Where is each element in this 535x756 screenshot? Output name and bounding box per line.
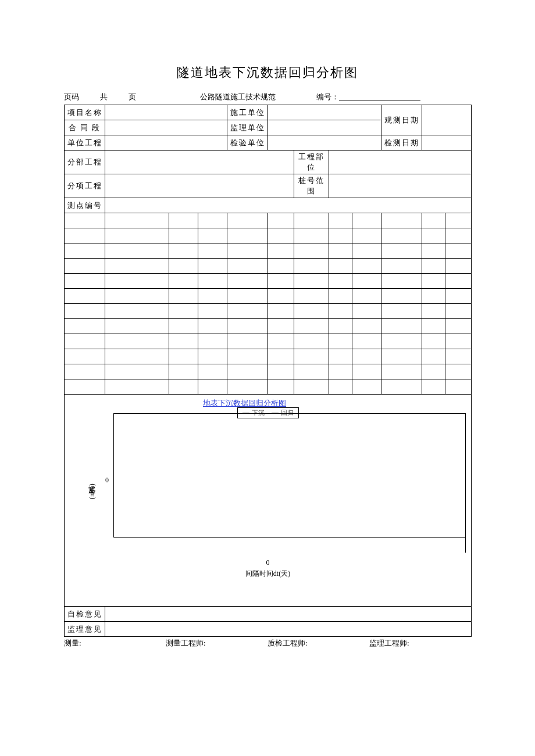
- table-row: [65, 228, 472, 243]
- field-eng-part[interactable]: [329, 151, 472, 174]
- label-sub-project: 分部工程: [65, 151, 105, 174]
- label-station-range: 桩号范围: [294, 174, 329, 198]
- field-obs-date[interactable]: [422, 105, 472, 135]
- footer-measure: 测量:: [64, 638, 166, 648]
- label-eng-part: 工程部位: [294, 151, 329, 174]
- field-point-no[interactable]: [105, 198, 472, 213]
- label-project-name: 项目名称: [65, 105, 105, 120]
- footer-qc-eng: 质检工程师:: [268, 638, 369, 648]
- page-label: 页码: [64, 92, 79, 102]
- footer-row: 测量: 测量工程师: 质检工程师: 监理工程师:: [64, 638, 471, 648]
- table-row: [65, 334, 472, 349]
- table-row: [65, 259, 472, 274]
- footer-measure-eng: 测量工程师:: [166, 638, 268, 648]
- label-supervision-unit: 监理单位: [227, 120, 268, 135]
- field-station-range[interactable]: [329, 174, 472, 198]
- table-row: [65, 289, 472, 304]
- plot-area: [113, 413, 466, 553]
- form-table: 项目名称 施工单位 观测日期 合 同 段 监理单位 单位工程 检验单位 检测日期…: [64, 105, 472, 637]
- table-row: [65, 319, 472, 334]
- page-unit: 页: [129, 92, 136, 102]
- number-label: 编号：: [316, 92, 339, 102]
- table-row: [65, 364, 472, 379]
- chart-cell: 地表下沉数据回归分析图 下沉 回归 下沉值(mm) 0 0 间隔时间dt(天): [65, 395, 472, 607]
- field-sub-project[interactable]: [105, 151, 294, 174]
- field-project-name[interactable]: [105, 105, 227, 120]
- table-row: [65, 243, 472, 259]
- x-axis-label: 间隔时间dt(天): [67, 569, 469, 579]
- label-obs-date: 观测日期: [381, 105, 422, 135]
- label-supervision-opinion: 监理意见: [65, 622, 105, 637]
- label-contract-section: 合 同 段: [65, 120, 105, 135]
- label-construction-unit: 施工单位: [227, 105, 268, 120]
- label-item-project: 分项工程: [65, 174, 105, 198]
- field-test-date[interactable]: [422, 135, 472, 151]
- table-row: [65, 304, 472, 319]
- x-tick-zero: 0: [67, 558, 469, 567]
- field-inspection-unit[interactable]: [268, 135, 381, 151]
- field-construction-unit[interactable]: [268, 105, 381, 120]
- field-supervision-unit[interactable]: [268, 120, 381, 135]
- field-self-check[interactable]: [105, 607, 472, 622]
- field-contract-section[interactable]: [105, 120, 227, 135]
- chart-box: 地表下沉数据回归分析图 下沉 回归 下沉值(mm) 0 0 间隔时间dt(天): [67, 396, 469, 605]
- table-row: [65, 274, 472, 289]
- number-field[interactable]: [339, 93, 420, 101]
- label-self-check: 自检意见: [65, 607, 105, 622]
- y-tick-zero: 0: [105, 476, 109, 485]
- label-point-no: 测点编号: [65, 198, 105, 213]
- table-row: [65, 213, 472, 228]
- spec-label: 公路隧道施工技术规范: [200, 92, 276, 102]
- total-label: 共: [100, 92, 108, 102]
- label-unit-project: 单位工程: [65, 135, 105, 151]
- table-row: [65, 379, 472, 395]
- label-test-date: 检测日期: [381, 135, 422, 151]
- field-unit-project[interactable]: [105, 135, 227, 151]
- page-title: 隧道地表下沉数据回归分析图: [64, 64, 471, 81]
- table-row: [65, 349, 472, 364]
- y-axis-label: 下沉值(mm): [87, 419, 98, 564]
- field-supervision-opinion[interactable]: [105, 622, 472, 637]
- meta-row: 页码 共 页 公路隧道施工技术规范 编号：: [64, 92, 471, 102]
- field-item-project[interactable]: [105, 174, 294, 198]
- label-inspection-unit: 检验单位: [227, 135, 268, 151]
- footer-sup-eng: 监理工程师:: [369, 638, 471, 648]
